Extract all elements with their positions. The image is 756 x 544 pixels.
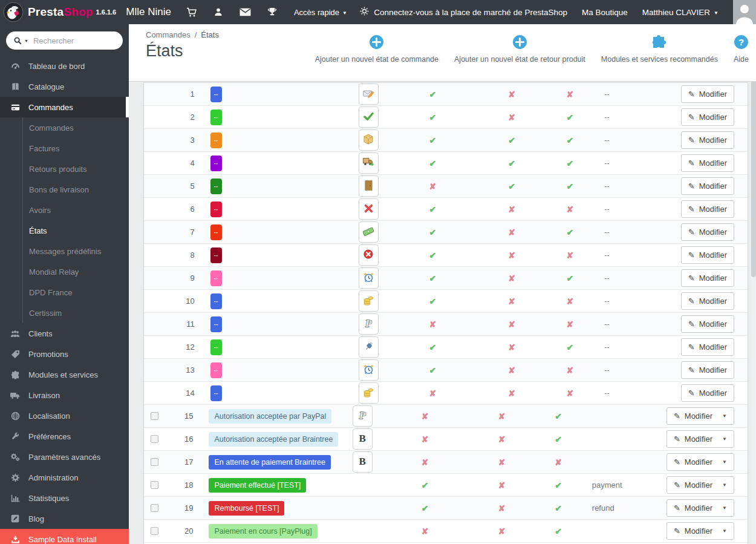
user-menu[interactable]: Matthieu CLAVIER▼ <box>642 8 719 17</box>
modifier-button[interactable]: ✎Modifier <box>681 246 734 264</box>
help-button[interactable]: ? Aide <box>734 34 749 64</box>
banknote-icon <box>363 226 374 238</box>
modifier-button[interactable]: ✎Modifier <box>681 384 734 402</box>
sidebar-subitem-label: Mondial Relay <box>29 267 79 277</box>
row-checkbox[interactable] <box>151 504 158 512</box>
sidebar-item-tableau-de-bord[interactable]: Tableau de bord <box>0 56 129 76</box>
modifier-label: Modifier <box>699 113 727 122</box>
sidebar-item-param-tres-avanc-s[interactable]: Paramètres avancés <box>0 447 129 467</box>
sidebar-subitem-bons-de-livraison[interactable]: Bons de livraison <box>23 179 129 200</box>
sidebar-item-localisation[interactable]: Localisation <box>0 405 129 426</box>
modifier-button[interactable]: ✎Modifier <box>681 338 734 356</box>
mark-cell: ✘ <box>543 297 596 306</box>
template-cell: -- <box>596 365 681 375</box>
sidebar-item-statistiques[interactable]: Statistiques <box>0 488 129 508</box>
mark-cell: ✘ <box>480 113 544 122</box>
email-template: -- <box>604 365 610 375</box>
dropdown-caret-icon[interactable]: ▼ <box>722 505 727 511</box>
sidebar-item-catalogue[interactable]: Catalogue <box>0 76 129 97</box>
sidebar-item-promotions[interactable]: Promotions <box>0 344 129 364</box>
status-icon-box <box>359 152 379 174</box>
sidebar-item-administration[interactable]: Administration <box>0 467 129 488</box>
sidebar-subitem-tats[interactable]: États <box>23 220 129 241</box>
my-shop-link[interactable]: Ma Boutique <box>582 8 628 17</box>
trophy-icon[interactable] <box>267 7 277 17</box>
shop-name[interactable]: Mlle Ninie <box>126 6 171 18</box>
sidebar-subitem-retours-produits[interactable]: Retours produits <box>23 159 129 179</box>
sidebar-item-sample-data-install[interactable]: Sample Data Install <box>0 529 129 544</box>
modifier-button[interactable]: ✎Modifier▼ <box>666 430 734 448</box>
yes-icon: ✔ <box>429 228 436 237</box>
modifier-button[interactable]: ✎Modifier <box>681 154 734 172</box>
sidebar-subitem-messages-pr-d-finis[interactable]: Messages prédéfinis <box>23 241 129 261</box>
row-checkbox[interactable] <box>151 458 158 466</box>
search-scope-caret-icon[interactable]: ▼ <box>24 39 28 43</box>
avatar[interactable] <box>733 0 756 24</box>
cart-icon[interactable] <box>186 7 197 18</box>
dropdown-caret-icon[interactable]: ▼ <box>722 459 727 465</box>
sidebar-item-clients[interactable]: Clients <box>0 323 129 344</box>
prestashop-logo[interactable]: PrestaShop 1.6.1.6 <box>0 2 116 22</box>
email-icon[interactable] <box>240 8 251 16</box>
no-icon: ✘ <box>498 480 506 490</box>
row-checkbox[interactable] <box>151 412 158 420</box>
status-badge: -- <box>210 179 222 194</box>
modifier-button[interactable]: ✎Modifier <box>681 108 734 126</box>
clock-icon <box>363 364 374 376</box>
dropdown-caret-icon[interactable]: ▼ <box>722 482 727 488</box>
customer-icon[interactable] <box>213 7 223 17</box>
name-cell: -- <box>195 362 351 378</box>
marketplace-link[interactable]: Connectez-vous à la place de marché de P… <box>360 7 567 18</box>
modifier-button[interactable]: ✎Modifier▼ <box>666 407 734 425</box>
mark-cell: ✔ <box>385 274 480 283</box>
modifier-button[interactable]: ✎Modifier▼ <box>666 453 734 471</box>
mark-cell: ✘ <box>480 90 544 99</box>
sidebar-subitem-label: États <box>29 226 47 235</box>
dropdown-caret-icon[interactable]: ▼ <box>722 413 727 419</box>
status-badge: Autorisation acceptée par PayPal <box>209 409 331 424</box>
shipping-icon <box>10 392 21 399</box>
modifier-button[interactable]: ✎Modifier <box>681 315 734 333</box>
modifier-button[interactable]: ✎Modifier <box>681 269 734 287</box>
name-cell: -- <box>195 202 351 217</box>
sidebar-subitem-commandes[interactable]: Commandes <box>23 117 129 138</box>
breadcrumb-commandes[interactable]: Commandes <box>146 30 191 39</box>
search-input[interactable] <box>33 36 105 45</box>
sidebar-subitem-dpd-france[interactable]: DPD France <box>23 282 129 303</box>
modifier-button[interactable]: ✎Modifier <box>681 361 734 379</box>
row-checkbox[interactable] <box>151 435 158 443</box>
modifier-button[interactable]: ✎Modifier <box>681 292 734 310</box>
sidebar-item-blog[interactable]: Blog <box>0 508 129 529</box>
add-order-status-button[interactable]: Ajouter un nouvel état de commande <box>315 34 438 64</box>
search-icon[interactable] <box>14 37 22 45</box>
action-cell: ✎Modifier▼ <box>666 430 748 448</box>
dropdown-caret-icon[interactable]: ▼ <box>722 436 727 442</box>
modifier-button[interactable]: ✎Modifier▼ <box>666 522 734 540</box>
recommended-modules-button[interactable]: Modules et services recommandés <box>601 34 718 64</box>
sidebar-item-commandes[interactable]: Commandes <box>0 97 129 117</box>
scrollbar[interactable] <box>751 24 756 544</box>
row-checkbox[interactable] <box>151 527 158 535</box>
no-icon: ✘ <box>555 457 562 467</box>
modifier-button[interactable]: ✎Modifier <box>681 223 734 241</box>
quick-access-menu[interactable]: Accès rapide▼ <box>294 8 347 17</box>
sidebar-subitem-avoirs[interactable]: Avoirs <box>23 200 129 220</box>
sidebar-subitem-mondial-relay[interactable]: Mondial Relay <box>23 261 129 282</box>
sidebar-item-modules-et-services[interactable]: Modules et services <box>0 364 129 385</box>
modifier-button[interactable]: ✎Modifier▼ <box>666 499 734 517</box>
modifier-button[interactable]: ✎Modifier <box>681 177 734 195</box>
sidebar-subitem-factures[interactable]: Factures <box>23 138 129 159</box>
sidebar-item-livraison[interactable]: Livraison <box>0 385 129 405</box>
add-return-status-button[interactable]: Ajouter un nouvel état de retour produit <box>454 34 585 64</box>
dropdown-caret-icon[interactable]: ▼ <box>722 528 727 534</box>
modifier-button[interactable]: ✎Modifier <box>681 85 734 103</box>
modifier-button[interactable]: ✎Modifier▼ <box>666 476 734 494</box>
modifier-button[interactable]: ✎Modifier <box>681 200 734 218</box>
sidebar-subitem-certissim[interactable]: Certissim <box>23 303 129 323</box>
action-cell: ✎Modifier <box>681 292 748 310</box>
row-checkbox[interactable] <box>151 481 158 489</box>
mark-cell: ✘ <box>385 320 480 329</box>
modifier-button[interactable]: ✎Modifier <box>681 131 734 149</box>
sidebar-item-pr-f-rences[interactable]: Préférences <box>0 426 129 447</box>
scrollbar-thumb[interactable] <box>751 77 756 277</box>
